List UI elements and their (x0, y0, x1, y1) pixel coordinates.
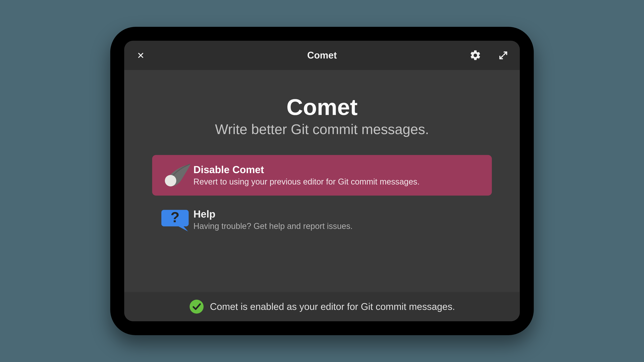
fullscreen-button[interactable] (496, 48, 511, 63)
disable-comet-sub: Revert to using your previous editor for… (193, 177, 420, 187)
svg-point-0 (165, 175, 176, 186)
help-icon: ? (158, 199, 193, 240)
window-title: Comet (124, 50, 520, 61)
help-row[interactable]: ? Help Having trouble? Get help and repo… (152, 199, 492, 240)
help-title: Help (193, 208, 352, 220)
svg-text:?: ? (170, 209, 180, 225)
disable-comet-row[interactable]: Disable Comet Revert to using your previ… (152, 155, 492, 195)
titlebar: Comet (124, 41, 520, 70)
disable-comet-title: Disable Comet (193, 164, 420, 175)
gear-icon (469, 49, 481, 61)
svg-point-2 (190, 300, 204, 314)
device-frame: Comet (110, 27, 534, 335)
close-button[interactable] (133, 48, 148, 63)
help-sub: Having trouble? Get help and report issu… (193, 221, 352, 231)
status-text: Comet is enabled as your editor for Git … (210, 301, 455, 312)
page-title: Comet (286, 95, 358, 119)
check-icon (189, 299, 204, 314)
page-subtitle: Write better Git commit messages. (215, 121, 429, 137)
settings-button[interactable] (468, 48, 483, 63)
status-bar: Comet is enabled as your editor for Git … (124, 292, 520, 321)
close-icon (137, 52, 144, 59)
main-panel: Comet Write better Git commit messages. … (124, 70, 520, 292)
app-window: Comet (124, 41, 520, 321)
action-list: Disable Comet Revert to using your previ… (152, 155, 492, 240)
expand-icon (498, 50, 508, 60)
comet-icon (158, 155, 193, 195)
